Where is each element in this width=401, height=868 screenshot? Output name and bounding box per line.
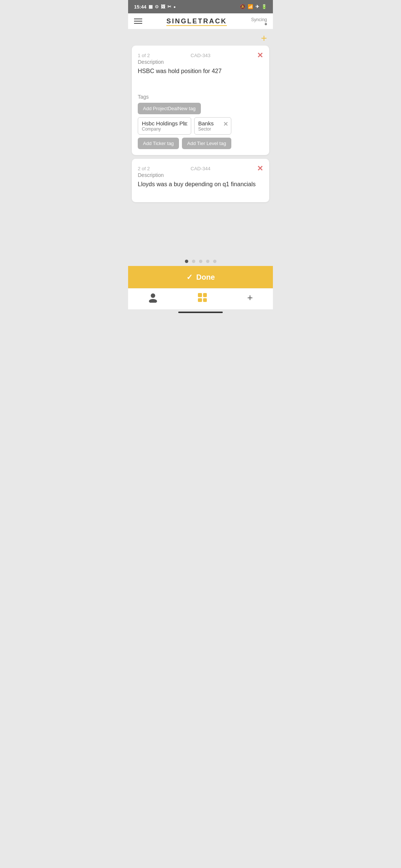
tag-chip-sector: Banks Sector ✕ — [194, 117, 231, 135]
sync-status: Syncing — [251, 17, 267, 25]
time-display: 15:44 — [134, 4, 146, 10]
add-ticker-tag-button[interactable]: Add Ticker tag — [138, 138, 179, 149]
top-nav: SINGLETRACK Syncing — [128, 13, 273, 29]
card-2-header: 2 of 2 CAD-344 ✕ — [138, 165, 263, 172]
tag-chip-company-close[interactable]: ✕ — [183, 121, 188, 128]
tag-chip-company-type: Company — [142, 126, 161, 132]
pagination-dots — [128, 255, 273, 266]
done-label: Done — [196, 273, 215, 282]
hamburger-line-3 — [134, 23, 142, 24]
card-1-header: 1 of 2 CAD-343 ✕ — [138, 52, 263, 59]
tag-chip-company: Hsbc Holdings Plc Company ✕ — [138, 117, 191, 135]
card-1-tag-chips: Hsbc Holdings Plc Company ✕ Banks Sector… — [138, 117, 263, 135]
card-1: 1 of 2 CAD-343 ✕ Description HSBC was ho… — [132, 46, 269, 155]
svg-point-1 — [149, 299, 157, 303]
add-nav-icon: + — [247, 293, 253, 302]
battery-icon: 🔋 — [261, 4, 267, 9]
cards-area: 1 of 2 CAD-343 ✕ Description HSBC was ho… — [128, 46, 273, 255]
profile-nav-item[interactable] — [148, 292, 158, 303]
card-2-description-label: Description — [138, 172, 263, 178]
pagination-dot-1 — [185, 260, 188, 263]
sim-icon: ▦ — [149, 4, 153, 9]
photo-icon: 🖼 — [161, 4, 165, 9]
card-2-id: CAD-344 — [190, 166, 210, 171]
tag-chip-sector-close[interactable]: ✕ — [223, 121, 228, 128]
status-bar: 15:44 ▦ ⊙ 🖼 ✂ ● 🔕 📶 ✈ 🔋 — [128, 0, 273, 13]
hamburger-line-1 — [134, 19, 142, 19]
done-check-icon: ✓ — [186, 273, 193, 282]
card-1-tags-area: Add ProjectDealNew tag Hsbc Holdings Plc… — [138, 103, 263, 149]
tag-chip-company-name: Hsbc Holdings Plc — [142, 120, 187, 126]
card-1-counter: 1 of 2 — [138, 53, 150, 58]
call-icon: ✂ — [167, 4, 171, 9]
card-1-description-text: HSBC was hold position for 427 — [138, 67, 263, 75]
tag-chip-sector-type: Sector — [198, 126, 211, 132]
status-bar-left: 15:44 ▦ ⊙ 🖼 ✂ ● — [134, 4, 176, 10]
status-bar-right: 🔕 📶 ✈ 🔋 — [240, 4, 267, 9]
card-2: 2 of 2 CAD-344 ✕ Description Lloyds was … — [132, 159, 269, 202]
pagination-dot-5 — [213, 260, 216, 263]
svg-point-0 — [151, 293, 155, 298]
profile-icon — [148, 292, 158, 303]
vpn-icon: ⊙ — [155, 4, 159, 9]
pagination-dot-3 — [199, 260, 202, 263]
card-2-counter: 2 of 2 — [138, 166, 150, 171]
hamburger-line-2 — [134, 21, 142, 22]
add-project-deal-tag-button[interactable]: Add ProjectDealNew tag — [138, 103, 201, 114]
mute-icon: 🔕 — [240, 4, 245, 9]
dot-icon: ● — [173, 5, 176, 9]
card-1-bottom-tag-btns: Add Ticker tag Add Tier Level tag — [138, 138, 263, 149]
card-1-description-label: Description — [138, 59, 263, 65]
sync-dot-indicator — [265, 23, 267, 25]
done-button[interactable]: ✓ Done — [128, 266, 273, 288]
card-1-close-button[interactable]: ✕ — [257, 52, 263, 59]
add-tier-level-tag-button[interactable]: Add Tier Level tag — [182, 138, 231, 149]
add-nav-item[interactable]: + — [247, 293, 253, 302]
brand-logo: SINGLETRACK — [166, 17, 227, 25]
card-1-add-project-row: Add ProjectDealNew tag — [138, 103, 263, 114]
add-button[interactable]: + — [261, 33, 267, 43]
bottom-nav: + — [128, 288, 273, 309]
card-2-close-button[interactable]: ✕ — [257, 165, 263, 172]
card-1-id: CAD-343 — [190, 53, 210, 58]
pagination-dot-2 — [192, 260, 195, 263]
card-2-description-text: Lloyds was a buy depending on q1 financi… — [138, 180, 263, 188]
grid-icon — [198, 293, 207, 302]
grid-nav-item[interactable] — [198, 293, 207, 302]
wifi-icon: 📶 — [248, 4, 253, 9]
airplane-icon: ✈ — [255, 4, 259, 9]
hamburger-menu[interactable] — [134, 19, 142, 24]
home-indicator — [178, 312, 223, 313]
pagination-dot-4 — [206, 260, 209, 263]
card-1-tags-label: Tags — [138, 94, 263, 100]
tag-chip-sector-name: Banks — [198, 120, 214, 126]
add-button-row: + — [128, 29, 273, 46]
